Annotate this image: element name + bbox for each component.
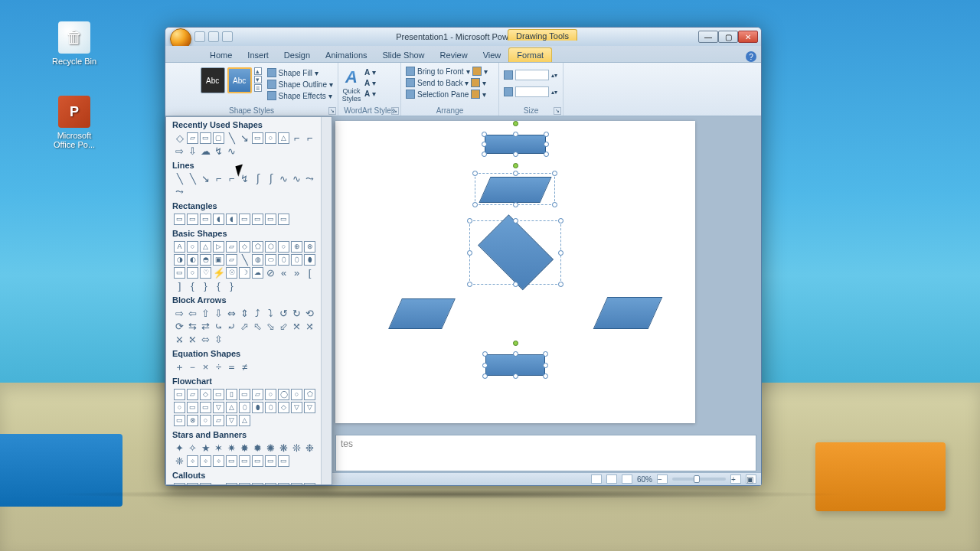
- shape-thumb[interactable]: ▭: [278, 214, 289, 225]
- shape-thumb[interactable]: ⊘: [265, 267, 276, 279]
- shape-thumb[interactable]: ▽: [226, 415, 237, 426]
- shape-thumb[interactable]: ▱: [226, 241, 237, 253]
- zoom-in-button[interactable]: +: [730, 474, 741, 484]
- shape-thumb[interactable]: ▭: [226, 455, 237, 467]
- minimize-button[interactable]: —: [698, 31, 718, 43]
- shape-thumb[interactable]: ○: [187, 241, 198, 253]
- wordart-launcher[interactable]: ↘: [391, 107, 399, 115]
- shape-thumb[interactable]: ⤵: [265, 308, 276, 319]
- selection-pane-button[interactable]: Selection Pane ▾: [404, 89, 495, 99]
- recycle-bin[interactable]: 🗑 Recycle Bin: [46, 21, 103, 66]
- shape-thumb[interactable]: ▯: [226, 389, 237, 400]
- shape-style-preset-1[interactable]: Abc: [201, 67, 225, 93]
- shape-thumb[interactable]: △: [200, 241, 211, 253]
- shape-thumb[interactable]: {: [213, 280, 224, 292]
- shape-thumb[interactable]: ○: [187, 267, 198, 279]
- shape-thumb[interactable]: ⟐: [213, 455, 224, 467]
- shape-thumb[interactable]: ★: [200, 442, 211, 454]
- shape-thumb[interactable]: ⬯: [239, 402, 250, 413]
- shape-thumb[interactable]: ♡: [200, 267, 211, 279]
- shape-thumb[interactable]: ⬂: [265, 321, 276, 332]
- shape-thumb[interactable]: ⊗: [304, 241, 315, 253]
- shape-thumb[interactable]: ▭: [239, 389, 250, 400]
- flowchart-decision[interactable]: [469, 220, 561, 285]
- shape-thumb[interactable]: ✧: [187, 442, 198, 454]
- shape-thumb[interactable]: ▭: [226, 483, 237, 484]
- shape-thumb[interactable]: ▭: [213, 389, 224, 400]
- shape-thumb[interactable]: ▽: [304, 402, 315, 413]
- shape-thumb[interactable]: ]: [174, 280, 185, 292]
- shape-thumb[interactable]: ⬡: [265, 241, 276, 253]
- shape-thumb[interactable]: ⌐: [291, 132, 302, 144]
- shape-thumb[interactable]: ⊕: [291, 241, 302, 253]
- shape-thumb[interactable]: ↺: [278, 308, 289, 319]
- qat-undo[interactable]: [208, 31, 219, 42]
- shape-thumb[interactable]: ▱: [226, 254, 237, 266]
- quick-styles-button[interactable]: A Quick Styles: [341, 67, 361, 103]
- tab-insert[interactable]: Insert: [240, 48, 276, 62]
- shape-thumb[interactable]: △: [239, 415, 250, 426]
- shape-thumb[interactable]: ○: [265, 132, 276, 144]
- shape-thumb[interactable]: ○: [291, 389, 302, 400]
- width-input[interactable]: [515, 86, 549, 97]
- shape-thumb[interactable]: ↯: [213, 145, 224, 157]
- shape-thumb[interactable]: ◇: [174, 132, 185, 144]
- shape-thumb[interactable]: ▽: [291, 402, 302, 413]
- shape-thumb[interactable]: ⤪: [187, 334, 198, 345]
- shape-thumb[interactable]: ☽: [239, 267, 250, 279]
- shape-thumb[interactable]: △: [226, 402, 237, 413]
- shape-thumb[interactable]: ▭: [278, 483, 289, 484]
- flowchart-data-1[interactable]: [475, 173, 555, 205]
- shape-thumb[interactable]: ▭: [265, 483, 276, 484]
- shape-thumb[interactable]: [: [304, 267, 315, 279]
- shape-thumb[interactable]: ＝: [226, 361, 237, 373]
- shape-thumb[interactable]: ▢: [213, 132, 224, 144]
- view-slideshow-button[interactable]: [622, 474, 632, 484]
- shape-thumb[interactable]: ↯: [239, 173, 250, 184]
- shape-thumb[interactable]: ◖: [226, 214, 237, 225]
- shape-thumb[interactable]: ⬃: [278, 321, 289, 332]
- rotate-handle[interactable]: [513, 163, 518, 168]
- shape-fill-button[interactable]: Shape Fill ▾: [266, 67, 335, 78]
- shape-thumb[interactable]: ◐: [187, 254, 198, 266]
- shape-thumb[interactable]: ÷: [213, 361, 224, 373]
- shape-thumb[interactable]: }: [200, 280, 211, 292]
- shape-thumb[interactable]: ◑: [174, 254, 185, 266]
- shape-thumb[interactable]: ⬮: [252, 402, 263, 413]
- maximize-button[interactable]: ▢: [718, 31, 738, 43]
- shape-thumb[interactable]: ╲: [174, 173, 185, 184]
- shape-thumb[interactable]: ⤳: [174, 186, 185, 197]
- shape-thumb[interactable]: ⤳: [304, 173, 315, 184]
- shape-thumb[interactable]: ✦: [174, 442, 185, 454]
- shape-thumb[interactable]: »: [291, 267, 302, 279]
- shape-thumb[interactable]: ⟳: [174, 321, 185, 332]
- shape-thumb[interactable]: ▭: [174, 415, 185, 426]
- shape-thumb[interactable]: ＋: [174, 361, 185, 373]
- shape-thumb[interactable]: ▣: [213, 254, 224, 266]
- shape-thumb[interactable]: ✺: [265, 442, 276, 454]
- shape-thumb[interactable]: ⬄: [200, 334, 211, 345]
- shape-thumb[interactable]: ⬠: [252, 241, 263, 253]
- shape-thumb[interactable]: ⬭: [265, 254, 276, 266]
- shape-thumb[interactable]: ⟐: [200, 455, 211, 467]
- shape-thumb[interactable]: ⬀: [239, 321, 250, 332]
- shape-thumb[interactable]: △: [278, 132, 289, 144]
- shape-thumb[interactable]: ⇆: [187, 321, 198, 332]
- shape-thumb[interactable]: ⊗: [187, 415, 198, 426]
- shape-thumb[interactable]: ◖: [213, 214, 224, 225]
- zoom-slider[interactable]: [672, 478, 726, 481]
- shape-thumb[interactable]: ⇨: [174, 308, 185, 319]
- shape-thumb[interactable]: ⇦: [187, 308, 198, 319]
- shape-thumb[interactable]: ⬯: [278, 254, 289, 266]
- shape-thumb[interactable]: ❊: [291, 442, 302, 454]
- shape-thumb[interactable]: ▭: [252, 132, 263, 144]
- shape-thumb[interactable]: ▱: [213, 415, 224, 426]
- shape-thumb[interactable]: ▱: [187, 389, 198, 400]
- shape-thumb[interactable]: ▭: [265, 214, 276, 225]
- shape-thumb[interactable]: ▱: [187, 132, 198, 144]
- shape-thumb[interactable]: ☁: [252, 267, 263, 279]
- shape-thumb[interactable]: ✶: [213, 442, 224, 454]
- shape-styles-launcher[interactable]: ↘: [328, 107, 336, 115]
- shape-thumb[interactable]: ∿: [278, 173, 289, 184]
- shape-thumb[interactable]: ▭: [252, 455, 263, 467]
